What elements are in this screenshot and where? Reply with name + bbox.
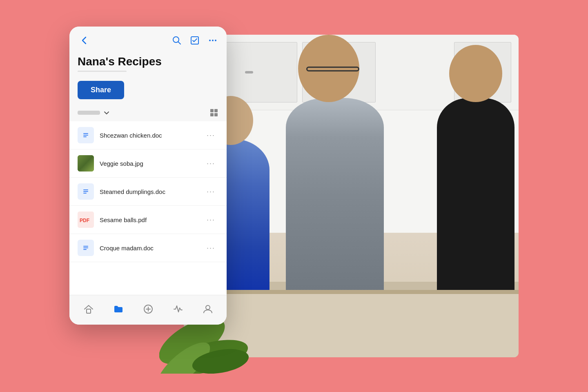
svg-point-5 (215, 40, 216, 41)
scene: Nana's Recipes Share (69, 18, 519, 374)
search-icon[interactable] (171, 35, 183, 46)
pdf-icon-4: PDF (78, 212, 94, 228)
title-underline (78, 71, 127, 72)
grid-view-icon[interactable] (209, 108, 218, 117)
svg-rect-13 (83, 136, 87, 137)
file-menu-3[interactable]: ··· (203, 186, 218, 198)
svg-line-1 (178, 42, 180, 44)
svg-rect-25 (83, 246, 88, 247)
file-item-2[interactable]: Veggie soba.jpg ··· (69, 149, 227, 178)
file-menu-5[interactable]: ··· (203, 242, 218, 254)
title-area: Nana's Recipes (69, 51, 227, 77)
svg-text:PDF: PDF (80, 218, 89, 223)
header-actions (171, 35, 218, 46)
share-button-area: Share (69, 77, 227, 105)
doc-icon-1 (78, 127, 94, 143)
app-header (69, 27, 227, 51)
svg-point-17 (79, 164, 85, 169)
svg-rect-11 (83, 133, 88, 134)
file-name-1: Shcezwan chicken.doc (100, 132, 203, 139)
svg-rect-20 (83, 191, 88, 192)
svg-rect-8 (210, 113, 214, 116)
chevron-down-icon[interactable] (103, 109, 110, 116)
phone-card: Nana's Recipes Share (69, 27, 227, 325)
svg-rect-21 (83, 193, 87, 194)
jpg-icon-2 (78, 155, 94, 172)
svg-point-3 (209, 40, 211, 41)
filter-left (78, 109, 110, 116)
file-list: Shcezwan chicken.doc ··· Veggie soba.jpg… (69, 121, 227, 295)
svg-rect-19 (83, 189, 88, 190)
nav-home[interactable] (80, 301, 97, 317)
file-name-2: Veggie soba.jpg (100, 160, 203, 167)
nav-add[interactable] (140, 301, 156, 317)
svg-point-32 (206, 305, 210, 310)
svg-rect-12 (83, 135, 88, 136)
file-name-4: Sesame balls.pdf (100, 216, 203, 223)
nav-profile[interactable] (200, 301, 216, 317)
file-item-3[interactable]: Steamed dumplings.doc ··· (69, 178, 227, 206)
filter-bar (69, 105, 227, 121)
background-photo (184, 35, 519, 357)
back-button[interactable] (78, 34, 91, 47)
svg-point-15 (80, 158, 87, 165)
file-item-4[interactable]: PDF Sesame balls.pdf ··· (69, 206, 227, 234)
file-item-1[interactable]: Shcezwan chicken.doc ··· (69, 121, 227, 149)
file-menu-4[interactable]: ··· (203, 214, 218, 226)
filter-chip (78, 111, 100, 115)
svg-rect-26 (83, 247, 88, 248)
more-icon[interactable] (207, 35, 218, 46)
svg-point-4 (212, 40, 214, 41)
doc-icon-3 (78, 183, 94, 200)
file-item-5[interactable]: Croque madam.doc ··· (69, 234, 227, 262)
file-menu-2[interactable]: ··· (203, 158, 218, 169)
doc-icon-5 (78, 240, 94, 256)
svg-rect-6 (210, 109, 214, 112)
svg-rect-14 (78, 155, 94, 172)
select-icon[interactable] (189, 35, 200, 46)
svg-point-16 (84, 161, 92, 169)
svg-rect-27 (83, 249, 87, 250)
svg-rect-9 (214, 113, 218, 116)
nav-files[interactable] (110, 301, 127, 317)
bottom-nav (69, 295, 227, 325)
svg-rect-28 (87, 309, 91, 313)
share-button[interactable]: Share (78, 81, 124, 99)
file-name-5: Croque madam.doc (100, 245, 203, 252)
file-name-3: Steamed dumplings.doc (100, 188, 203, 195)
nav-activity[interactable] (170, 301, 186, 317)
svg-rect-7 (214, 109, 218, 112)
folder-title: Nana's Recipes (78, 55, 218, 68)
file-menu-1[interactable]: ··· (203, 129, 218, 141)
